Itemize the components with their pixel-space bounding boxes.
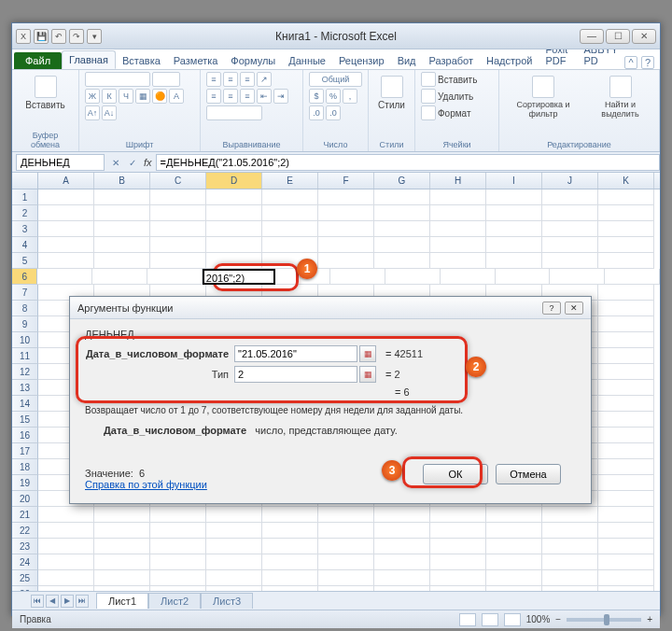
cell[interactable]: [150, 586, 206, 591]
cell[interactable]: [496, 269, 551, 285]
cell[interactable]: [150, 554, 206, 570]
cell[interactable]: [542, 221, 598, 237]
tab-home[interactable]: Главная: [62, 50, 116, 69]
row-header[interactable]: 8: [12, 301, 38, 316]
cell[interactable]: [374, 221, 430, 237]
cells-insert-button[interactable]: Вставить: [438, 75, 477, 85]
cell[interactable]: [430, 554, 486, 570]
tab-developer[interactable]: Разработ: [423, 52, 480, 69]
cell[interactable]: [486, 189, 542, 205]
sheet-tab[interactable]: Лист1: [96, 593, 148, 609]
cell[interactable]: [598, 237, 654, 253]
col-header[interactable]: F: [318, 173, 374, 189]
col-header[interactable]: G: [374, 173, 430, 189]
cell[interactable]: [206, 507, 262, 523]
align-center[interactable]: ≡: [223, 89, 238, 104]
cell[interactable]: [206, 570, 262, 586]
cell[interactable]: [430, 539, 486, 554]
row-header[interactable]: 7: [12, 285, 38, 301]
increase-font-button[interactable]: A↑: [85, 105, 100, 120]
wrap-text-button[interactable]: [206, 105, 262, 120]
cell[interactable]: [262, 237, 318, 253]
font-size-combo[interactable]: [152, 72, 180, 87]
cell[interactable]: [38, 507, 94, 523]
cell[interactable]: [318, 523, 374, 539]
cell[interactable]: [385, 269, 441, 285]
tab-addins[interactable]: Надстрой: [480, 52, 539, 69]
cell[interactable]: [94, 237, 150, 253]
arg1-ref-button[interactable]: ▦: [359, 345, 376, 362]
cell[interactable]: [94, 554, 150, 570]
cell[interactable]: [598, 428, 654, 443]
indent-dec[interactable]: ⇤: [257, 89, 272, 104]
cell[interactable]: [542, 523, 598, 539]
bold-button[interactable]: Ж: [85, 89, 100, 104]
cell[interactable]: [94, 221, 150, 237]
cell[interactable]: [262, 570, 318, 586]
cell[interactable]: [318, 189, 374, 205]
row-header[interactable]: 16: [12, 428, 38, 443]
tab-data[interactable]: Данные: [282, 52, 332, 69]
cell[interactable]: [94, 586, 150, 591]
cell[interactable]: [542, 586, 598, 591]
row-header[interactable]: 3: [12, 221, 38, 237]
cell[interactable]: [598, 570, 654, 586]
cell[interactable]: [38, 586, 94, 591]
underline-button[interactable]: Ч: [119, 89, 133, 104]
cell[interactable]: [318, 253, 374, 269]
sheet-tab[interactable]: Лист2: [148, 593, 201, 609]
cell[interactable]: [430, 507, 486, 523]
cell[interactable]: [318, 205, 374, 221]
cell[interactable]: [94, 570, 150, 586]
border-button[interactable]: ▦: [135, 89, 150, 104]
cancel-formula-icon[interactable]: ✕: [108, 155, 123, 170]
cell[interactable]: [374, 554, 430, 570]
row-header[interactable]: 17: [12, 443, 38, 459]
cell[interactable]: [147, 269, 203, 285]
col-header[interactable]: E: [262, 173, 318, 189]
cell[interactable]: [262, 586, 318, 591]
align-top[interactable]: ≡: [206, 72, 221, 87]
cell[interactable]: [206, 205, 262, 221]
minimize-button[interactable]: —: [580, 29, 604, 44]
save-icon[interactable]: 💾: [34, 29, 49, 44]
cell[interactable]: [550, 269, 605, 285]
font-name-combo[interactable]: [85, 72, 150, 87]
cell[interactable]: [598, 364, 654, 380]
maximize-button[interactable]: ☐: [606, 29, 630, 44]
cell[interactable]: [262, 507, 318, 523]
cell[interactable]: [374, 586, 430, 591]
sheet-first-icon[interactable]: ⏮: [31, 595, 44, 608]
cell[interactable]: [94, 253, 150, 269]
cell[interactable]: [206, 237, 262, 253]
cell[interactable]: [38, 205, 94, 221]
cell[interactable]: [206, 554, 262, 570]
cell[interactable]: [150, 237, 206, 253]
styles-button[interactable]: Стили: [374, 72, 409, 114]
col-header[interactable]: H: [430, 173, 486, 189]
cell[interactable]: [94, 507, 150, 523]
cell[interactable]: [318, 570, 374, 586]
increase-decimal[interactable]: .0: [309, 105, 324, 120]
cell[interactable]: [262, 189, 318, 205]
cell[interactable]: [486, 507, 542, 523]
cell[interactable]: [38, 570, 94, 586]
cell[interactable]: [150, 523, 206, 539]
font-color-button[interactable]: A: [169, 89, 184, 104]
cell[interactable]: [542, 205, 598, 221]
sheet-next-icon[interactable]: ▶: [61, 595, 74, 608]
tab-review[interactable]: Рецензир: [332, 52, 391, 69]
formula-input[interactable]: [156, 154, 660, 171]
cell[interactable]: [374, 523, 430, 539]
cell[interactable]: [486, 205, 542, 221]
cell[interactable]: [598, 380, 654, 396]
excel-icon[interactable]: X: [16, 29, 31, 44]
cells-delete-button[interactable]: Удалить: [438, 91, 473, 102]
decrease-decimal[interactable]: .0: [326, 105, 341, 120]
italic-button[interactable]: К: [102, 89, 117, 104]
cell[interactable]: [262, 554, 318, 570]
row-header[interactable]: 18: [12, 459, 38, 475]
cell[interactable]: [486, 253, 542, 269]
cell[interactable]: [92, 269, 147, 285]
tab-view[interactable]: Вид: [391, 52, 423, 69]
